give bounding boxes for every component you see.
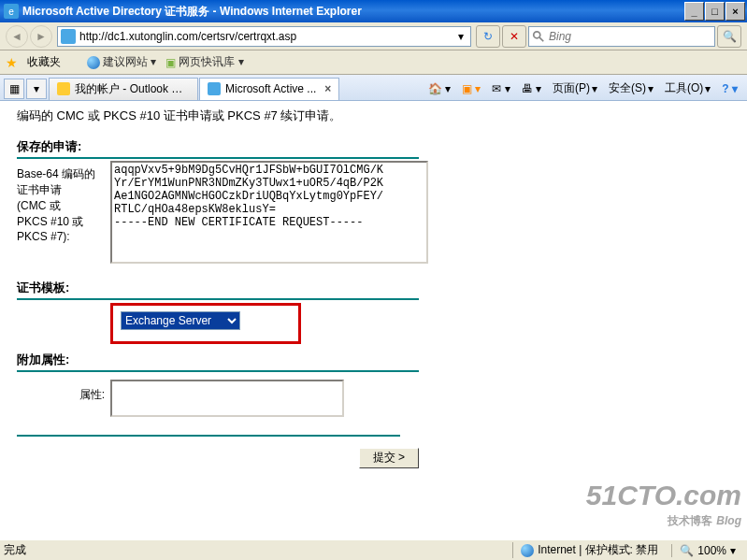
tab-list-button[interactable]: ▾ bbox=[26, 79, 47, 99]
request-form: Base-64 编码的 证书申请 (CMC 或 PKCS #10 或 PKCS … bbox=[17, 161, 428, 266]
search-go-button[interactable]: 🔍 bbox=[717, 25, 741, 48]
attributes-label: 属性: bbox=[17, 374, 110, 420]
tools-menu[interactable]: 工具(O) ▾ bbox=[665, 80, 711, 96]
certificate-request-textarea[interactable]: aqqpVxv5+9bM9Dg5CvHQr1JFSbW+bGUI7OlCMG/K… bbox=[110, 161, 428, 264]
tab-bar: ▦ ▾ 我的帐户 - Outlook W... Microsoft Active… bbox=[0, 75, 747, 101]
security-zone: Internet | 保护模式: 禁用 bbox=[538, 542, 658, 558]
divider bbox=[17, 435, 400, 437]
tab-label: 我的帐户 - Outlook W... bbox=[75, 81, 190, 97]
tab-close-icon[interactable]: × bbox=[324, 82, 331, 95]
home-button[interactable]: 🏠 ▾ bbox=[428, 82, 451, 95]
forward-button[interactable]: ► bbox=[30, 25, 52, 48]
search-bar[interactable] bbox=[528, 26, 715, 47]
stop-button[interactable]: ✕ bbox=[502, 25, 526, 48]
ie-icon: e bbox=[4, 4, 19, 19]
globe-icon bbox=[87, 56, 100, 69]
url-input[interactable] bbox=[79, 28, 454, 45]
favorites-bar: ★ 收藏夹 建议网站 ▾ ▣网页快讯库 ▾ bbox=[0, 50, 747, 75]
help-button[interactable]: ? ▾ bbox=[722, 82, 738, 95]
favorites-label[interactable]: 收藏夹 bbox=[27, 54, 61, 70]
svg-point-0 bbox=[534, 31, 540, 37]
suggested-sites-link[interactable]: 建议网站 ▾ bbox=[87, 54, 156, 70]
navigation-toolbar: ◄ ► ▾ ↻ ✕ 🔍 bbox=[0, 22, 747, 50]
tab-outlook[interactable]: 我的帐户 - Outlook W... bbox=[49, 78, 198, 100]
template-header: 证书模板: bbox=[17, 280, 419, 300]
back-button[interactable]: ◄ bbox=[6, 25, 28, 48]
command-bar: 🏠 ▾ ▣ ▾ ✉ ▾ 🖶 ▾ 页面(P) ▾ 安全(S) ▾ 工具(O) ▾ … bbox=[428, 80, 743, 96]
submit-button[interactable]: 提交 > bbox=[359, 448, 419, 468]
certificate-template-select[interactable]: Exchange Server bbox=[121, 311, 240, 330]
print-button[interactable]: 🖶 ▾ bbox=[522, 82, 541, 95]
refresh-button[interactable]: ↻ bbox=[476, 25, 500, 48]
safety-menu[interactable]: 安全(S) ▾ bbox=[609, 80, 654, 96]
webslice-link[interactable]: ▣网页快讯库 ▾ bbox=[165, 54, 243, 70]
status-bar: 完成 Internet | 保护模式: 禁用 🔍100% ▾ bbox=[0, 539, 747, 560]
quick-tabs-button[interactable]: ▦ bbox=[4, 79, 24, 99]
status-text: 完成 bbox=[4, 542, 26, 558]
tab-label: Microsoft Active ... bbox=[225, 82, 316, 95]
address-bar[interactable]: ▾ bbox=[57, 26, 471, 47]
maximize-button[interactable]: □ bbox=[705, 2, 725, 21]
highlight-box: Exchange Server bbox=[110, 303, 301, 344]
favorites-star-icon[interactable]: ★ bbox=[6, 55, 18, 70]
base64-label: Base-64 编码的 证书申请 (CMC 或 PKCS #10 或 PKCS … bbox=[17, 161, 110, 266]
watermark: 51CTO.com 技术博客 Blog bbox=[586, 480, 741, 529]
ie-favicon-icon bbox=[208, 82, 221, 95]
search-input[interactable] bbox=[549, 28, 711, 45]
close-button[interactable]: × bbox=[725, 2, 745, 21]
internet-zone-icon bbox=[521, 544, 534, 557]
feeds-button[interactable]: ▣ ▾ bbox=[462, 82, 481, 95]
svg-line-1 bbox=[539, 36, 543, 40]
outlook-favicon-icon bbox=[57, 82, 70, 95]
tab-certsrv[interactable]: Microsoft Active ... × bbox=[199, 78, 339, 100]
url-dropdown[interactable]: ▾ bbox=[454, 30, 467, 43]
zoom-control[interactable]: 🔍100% ▾ bbox=[671, 544, 743, 557]
page-content: 编码的 CMC 或 PKCS #10 证书申请或 PKCS #7 续订申请。 保… bbox=[0, 101, 747, 550]
mail-button[interactable]: ✉ ▾ bbox=[492, 82, 510, 95]
page-menu[interactable]: 页面(P) ▾ bbox=[553, 80, 597, 96]
window-title: Microsoft Active Directory 证书服务 - Window… bbox=[22, 4, 683, 20]
window-titlebar: e Microsoft Active Directory 证书服务 - Wind… bbox=[0, 0, 747, 22]
attributes-textarea[interactable] bbox=[110, 380, 344, 417]
description-text: 编码的 CMC 或 PKCS #10 证书申请或 PKCS #7 续订申请。 bbox=[17, 107, 730, 125]
saved-request-header: 保存的申请: bbox=[17, 138, 419, 159]
ie-favicon-icon bbox=[61, 29, 76, 44]
attributes-header: 附加属性: bbox=[17, 352, 419, 372]
search-icon bbox=[532, 30, 545, 43]
minimize-button[interactable]: _ bbox=[684, 2, 704, 21]
